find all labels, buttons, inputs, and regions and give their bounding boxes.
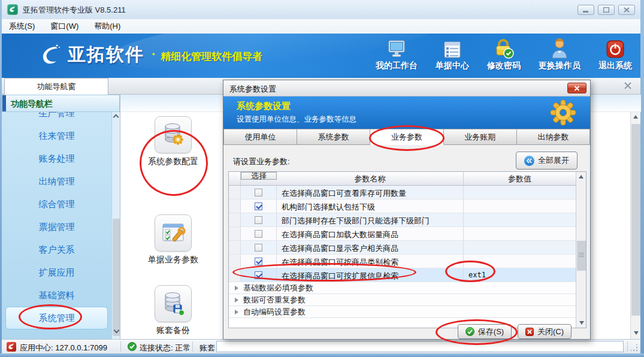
param-row-4[interactable]: 在选择商品窗口显示客户相关商品: [229, 241, 576, 255]
sidebar-item-1[interactable]: 往来管理: [2, 125, 111, 147]
header-param-name: 参数名称: [277, 172, 464, 186]
row-checkbox-cell[interactable]: [241, 199, 277, 213]
sidebar-item-5[interactable]: 票据管理: [2, 216, 111, 238]
toolbar-item-workbench[interactable]: 我的工作台: [376, 37, 418, 71]
account-field[interactable]: [216, 341, 624, 352]
close-dialog-button[interactable]: 关闭(C): [518, 324, 572, 339]
mdi-close-icon[interactable]: [624, 81, 632, 90]
param-group-row-0[interactable]: 基础数据必填项参数: [229, 282, 576, 294]
table-scrollbar[interactable]: [576, 172, 586, 328]
scroll-down-icon[interactable]: [112, 326, 120, 335]
connection-ok-icon: [128, 342, 137, 351]
row-checkbox-cell[interactable]: [241, 227, 277, 240]
param-value[interactable]: [464, 227, 576, 240]
param-row-1[interactable]: 机构部门选择默认包括下级: [229, 199, 576, 213]
sidebar-item-2[interactable]: 账务处理: [2, 147, 111, 170]
close-button[interactable]: [618, 5, 635, 15]
sidebar-item-8[interactable]: 基础资料: [2, 284, 111, 307]
status-app-center: 应用中心: 127.0.0.1:7099: [20, 343, 107, 353]
param-value[interactable]: [464, 199, 576, 213]
toolbar-item-document-center[interactable]: 单据中心: [436, 37, 469, 71]
parameter-table: 选择 参数名称 参数值 在选择商品窗口可查看库存可用数量机构部门选择默认包括下级…: [228, 171, 586, 328]
checklist-wrench-icon: [155, 214, 192, 252]
expander-triangle-icon[interactable]: [235, 310, 238, 314]
sidebar-item-6[interactable]: 客户关系: [2, 238, 111, 261]
row-checkbox-cell[interactable]: [241, 255, 277, 268]
param-checkbox[interactable]: [255, 202, 262, 210]
scrollbar-thumb[interactable]: [577, 241, 586, 271]
row-checkbox-cell[interactable]: [241, 268, 277, 282]
scroll-down-icon[interactable]: [576, 318, 586, 328]
scrollbar-thumb[interactable]: [631, 124, 640, 316]
expander-triangle-icon[interactable]: [235, 298, 238, 302]
param-group-row-1[interactable]: 数据可否重复参数: [229, 294, 576, 306]
database-gear-icon: [155, 116, 192, 153]
toolbar-item-switch-operator[interactable]: 更换操作员: [539, 37, 580, 71]
param-checkbox[interactable]: [255, 216, 262, 224]
param-value[interactable]: ext1: [464, 268, 576, 282]
resize-grip[interactable]: [631, 344, 638, 352]
expander-triangle-icon[interactable]: [235, 286, 238, 291]
toolbar-item-change-password[interactable]: 修改密码: [487, 37, 521, 71]
param-name: 在选择商品窗口加载大数据量商品: [277, 227, 464, 240]
minimize-button[interactable]: [578, 5, 594, 15]
sidebar-scrollbar[interactable]: [111, 112, 120, 339]
tab-label: 系统参数: [318, 132, 349, 143]
shortcut-system-param-config[interactable]: 系统参数配置: [137, 116, 209, 167]
param-checkbox[interactable]: [255, 230, 262, 238]
menu-help[interactable]: 帮助(H): [94, 21, 120, 32]
shortcut-account-backup[interactable]: 账套备份: [137, 285, 209, 336]
sidebar-item-3[interactable]: 出纳管理: [2, 170, 111, 193]
tab-system-params[interactable]: 系统参数: [297, 129, 370, 145]
toolbar-item-exit-system[interactable]: 退出系统: [598, 37, 632, 71]
param-value[interactable]: [464, 213, 576, 226]
maximize-button[interactable]: [598, 5, 615, 15]
param-row-0[interactable]: 在选择商品窗口可查看库存可用数量: [229, 186, 576, 199]
row-checkbox-cell[interactable]: [241, 213, 277, 226]
shortcut-doc-business-param[interactable]: 单据业务参数: [137, 214, 209, 265]
expand-all-button[interactable]: 全部展开: [516, 152, 578, 170]
workspace-scrollbar[interactable]: [630, 112, 640, 339]
param-row-6[interactable]: 在选择商品窗口可按扩展信息检索ext1: [229, 268, 576, 282]
param-checkbox[interactable]: [255, 189, 262, 196]
sidebar-item-9[interactable]: 系统管理: [5, 307, 108, 329]
brand-area: 亚拓软件 · 精细化管理软件倡导者: [37, 42, 262, 67]
row-checkbox-cell[interactable]: [241, 241, 277, 254]
param-group-row-2[interactable]: 自动编码设置参数: [229, 306, 576, 318]
scroll-up-icon[interactable]: [113, 114, 119, 120]
param-checkbox[interactable]: [255, 271, 262, 279]
scroll-down-icon[interactable]: [631, 328, 641, 338]
param-value[interactable]: [464, 241, 576, 254]
sidebar-item-0[interactable]: 生产管理: [2, 112, 111, 125]
toolbar-label: 单据中心: [436, 60, 469, 71]
tab-business-params[interactable]: 业务参数: [370, 129, 443, 145]
scroll-up-icon[interactable]: [579, 175, 583, 179]
scroll-up-icon[interactable]: [633, 115, 638, 119]
dialog-close-button[interactable]: [567, 83, 586, 93]
tab-label: 功能导航窗: [37, 81, 76, 92]
menu-system[interactable]: 系统(S): [9, 21, 35, 32]
sidebar-item-4[interactable]: 综合管理: [2, 193, 111, 216]
scrollbar-thumb[interactable]: [113, 219, 120, 336]
param-checkbox[interactable]: [255, 244, 262, 252]
param-row-3[interactable]: 在选择商品窗口加载大数据量商品: [229, 227, 576, 241]
sidebar-item-7[interactable]: 扩展应用: [2, 261, 111, 284]
row-gutter: [229, 199, 241, 213]
param-name: 在选择商品窗口可按商品类别检索: [277, 255, 464, 268]
status-separator: [192, 341, 193, 352]
param-checkbox[interactable]: [255, 258, 262, 265]
window-title: 亚拓管理软件专业版 V8.5.211: [23, 5, 126, 16]
tab-use-unit[interactable]: 使用单位: [223, 129, 297, 145]
tab-business-period[interactable]: 业务账期: [444, 129, 517, 145]
menu-window[interactable]: 窗口(W): [50, 21, 78, 32]
header-gutter: [229, 172, 241, 186]
save-button[interactable]: 保存(S): [458, 324, 512, 339]
tab-function-navigator[interactable]: 功能导航窗: [4, 78, 108, 95]
tab-cashier-params[interactable]: 出纳参数: [517, 129, 590, 145]
param-row-5[interactable]: 在选择商品窗口可按商品类别检索: [229, 255, 576, 268]
param-value[interactable]: [464, 255, 576, 268]
row-checkbox-cell[interactable]: [241, 186, 277, 199]
param-value[interactable]: [464, 186, 576, 199]
param-row-2[interactable]: 部门选择时存在下级部门只能选择下级部门: [229, 213, 576, 227]
param-name: 在选择商品窗口可按扩展信息检索: [277, 268, 464, 282]
